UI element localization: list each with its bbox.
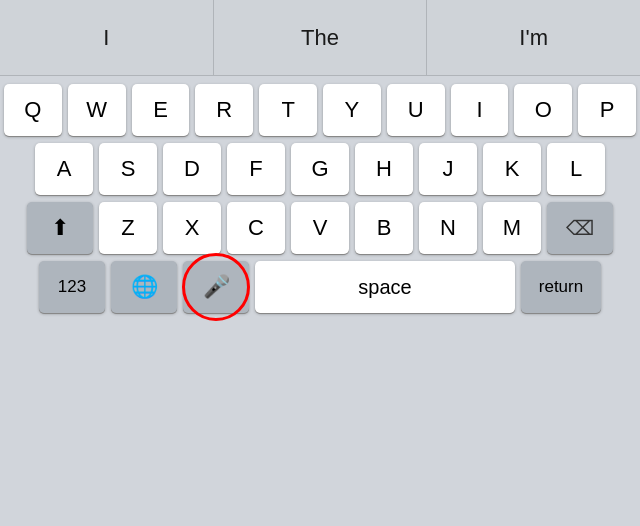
key-f[interactable]: F	[227, 143, 285, 195]
key-d[interactable]: D	[163, 143, 221, 195]
autocomplete-bar: I The I'm	[0, 0, 640, 76]
autocomplete-im[interactable]: I'm	[427, 0, 640, 75]
key-t[interactable]: T	[259, 84, 317, 136]
key-s[interactable]: S	[99, 143, 157, 195]
key-v[interactable]: V	[291, 202, 349, 254]
microphone-icon: 🎤	[203, 274, 230, 300]
key-l[interactable]: L	[547, 143, 605, 195]
key-k[interactable]: K	[483, 143, 541, 195]
globe-key[interactable]: 🌐	[111, 261, 177, 313]
key-z[interactable]: Z	[99, 202, 157, 254]
key-j[interactable]: J	[419, 143, 477, 195]
shift-icon: ⬆	[51, 215, 69, 241]
key-e[interactable]: E	[132, 84, 190, 136]
backspace-icon: ⌫	[566, 216, 594, 240]
space-key[interactable]: space	[255, 261, 515, 313]
autocomplete-i[interactable]: I	[0, 0, 214, 75]
numbers-key[interactable]: 123	[39, 261, 105, 313]
return-key[interactable]: return	[521, 261, 601, 313]
key-i[interactable]: I	[451, 84, 509, 136]
key-m[interactable]: M	[483, 202, 541, 254]
shift-key[interactable]: ⬆	[27, 202, 93, 254]
key-g[interactable]: G	[291, 143, 349, 195]
key-h[interactable]: H	[355, 143, 413, 195]
bottom-row: 123 🌐 🎤 space return	[4, 261, 636, 313]
key-r[interactable]: R	[195, 84, 253, 136]
key-p[interactable]: P	[578, 84, 636, 136]
key-c[interactable]: C	[227, 202, 285, 254]
key-n[interactable]: N	[419, 202, 477, 254]
key-row-3: ⬆ Z X C V B N M ⌫	[4, 202, 636, 254]
key-q[interactable]: Q	[4, 84, 62, 136]
key-row-1: Q W E R T Y U I O P	[4, 84, 636, 136]
key-row-2: A S D F G H J K L	[4, 143, 636, 195]
key-y[interactable]: Y	[323, 84, 381, 136]
autocomplete-the[interactable]: The	[214, 0, 428, 75]
microphone-key[interactable]: 🎤	[183, 261, 249, 313]
key-x[interactable]: X	[163, 202, 221, 254]
backspace-key[interactable]: ⌫	[547, 202, 613, 254]
key-b[interactable]: B	[355, 202, 413, 254]
key-w[interactable]: W	[68, 84, 126, 136]
key-a[interactable]: A	[35, 143, 93, 195]
key-o[interactable]: O	[514, 84, 572, 136]
keyboard: Q W E R T Y U I O P A S D F G H J K L ⬆ …	[0, 76, 640, 321]
key-u[interactable]: U	[387, 84, 445, 136]
globe-icon: 🌐	[131, 274, 158, 300]
